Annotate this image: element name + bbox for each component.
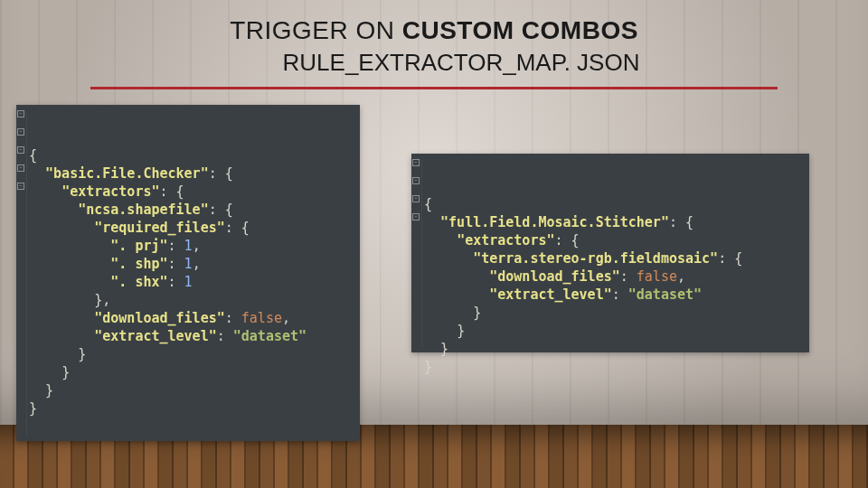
code-gutter: - - - - - — [16, 110, 27, 436]
fold-icon: - — [17, 183, 24, 190]
punct: } — [78, 346, 86, 362]
json-key: "extractors" — [457, 232, 554, 249]
json-string: "dataset" — [628, 286, 702, 303]
punct: : { — [160, 183, 184, 200]
punct: : { — [209, 202, 233, 218]
json-key: "extractors" — [61, 183, 159, 200]
punct: , — [193, 256, 201, 272]
punct: , — [282, 310, 290, 326]
json-key: ". shx" — [110, 274, 167, 290]
json-bool: false — [637, 268, 677, 285]
fold-icon: - — [412, 159, 420, 166]
code-block-right: - - - - { "full.Field.Mosaic.Stitcher": … — [411, 154, 809, 352]
json-key: "download_files" — [489, 268, 620, 285]
json-key: "extract_level" — [489, 286, 611, 303]
title-underline — [90, 87, 778, 89]
punct: } — [45, 382, 53, 399]
punct: : { — [209, 165, 233, 182]
punct: : { — [555, 232, 580, 249]
json-string: "dataset" — [233, 328, 307, 344]
punct: } — [29, 400, 37, 417]
fold-icon: - — [412, 195, 420, 202]
slide-title: TRIGGER ON CUSTOM COMBOS RULE_EXTRACTOR_… — [108, 16, 760, 77]
json-key: "basic.File.Checker" — [45, 165, 209, 182]
json-bool: false — [241, 310, 282, 326]
punct: } — [457, 323, 465, 339]
punct: , — [193, 238, 201, 254]
punct: }, — [94, 292, 110, 308]
code-gutter: - - - - — [411, 159, 422, 347]
title-line2: RULE_EXTRACTOR_MAP. JSON — [108, 49, 760, 77]
punct: , — [677, 268, 685, 285]
code-block-left: - - - - - { "basic.File.Checker": { "ext… — [16, 105, 360, 441]
json-key: "extract_level" — [94, 328, 216, 344]
punct: } — [440, 341, 448, 357]
json-key: "required_files" — [94, 220, 225, 236]
fold-icon: - — [17, 164, 24, 172]
punct: : { — [225, 220, 250, 236]
json-number: 1 — [184, 238, 193, 254]
title-line1-prefix: TRIGGER ON — [230, 16, 402, 44]
fold-icon: - — [17, 128, 24, 136]
fold-icon: - — [17, 146, 24, 154]
punct: : { — [669, 214, 693, 230]
punct: } — [424, 359, 432, 375]
punct: } — [473, 305, 481, 321]
fold-icon: - — [17, 110, 24, 117]
fold-icon: - — [412, 177, 420, 184]
json-key: "ncsa.shapefile" — [78, 202, 209, 218]
json-key: "terra.stereo-rgb.fieldmosaic" — [473, 250, 718, 267]
json-key: "download_files" — [94, 310, 225, 326]
code-line: { — [29, 147, 37, 164]
punct: : { — [718, 250, 742, 267]
fold-icon: - — [412, 213, 420, 221]
title-line1-bold: CUSTOM COMBOS — [402, 16, 638, 44]
json-key: ". prj" — [110, 238, 167, 254]
json-key: "full.Field.Mosaic.Stitcher" — [440, 214, 669, 230]
punct: } — [61, 364, 70, 380]
code-line: { — [424, 196, 432, 212]
json-number: 1 — [184, 274, 193, 290]
json-key: ". shp" — [110, 256, 167, 272]
json-number: 1 — [184, 256, 193, 272]
